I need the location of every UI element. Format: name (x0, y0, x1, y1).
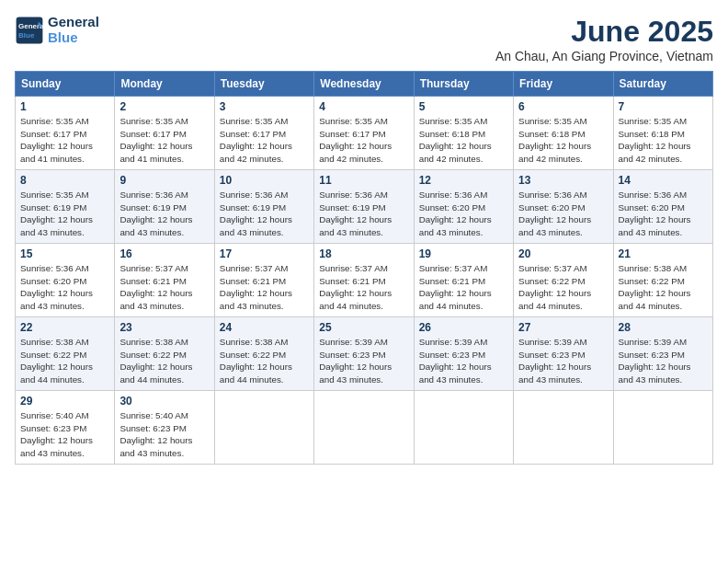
weekday-header-thursday: Thursday (414, 72, 513, 97)
day-number: 8 (20, 174, 109, 187)
day-number: 4 (319, 100, 408, 113)
calendar-cell: 26Sunrise: 5:39 AMSunset: 6:23 PMDayligh… (414, 317, 513, 391)
calendar-cell: 28Sunrise: 5:39 AMSunset: 6:23 PMDayligh… (613, 317, 712, 391)
calendar-week-4: 22Sunrise: 5:38 AMSunset: 6:22 PMDayligh… (16, 317, 713, 391)
calendar-cell: 4Sunrise: 5:35 AMSunset: 6:17 PMDaylight… (314, 97, 414, 170)
day-info: Sunrise: 5:37 AMSunset: 6:21 PMDaylight:… (119, 262, 209, 313)
day-info: Sunrise: 5:35 AMSunset: 6:17 PMDaylight:… (220, 115, 309, 166)
day-info: Sunrise: 5:35 AMSunset: 6:18 PMDaylight:… (419, 115, 508, 166)
calendar-cell: 22Sunrise: 5:38 AMSunset: 6:22 PMDayligh… (16, 317, 115, 391)
day-number: 19 (419, 247, 508, 260)
calendar-cell: 30Sunrise: 5:40 AMSunset: 6:23 PMDayligh… (115, 391, 214, 465)
day-info: Sunrise: 5:37 AMSunset: 6:21 PMDaylight:… (419, 262, 508, 313)
calendar-cell: 20Sunrise: 5:37 AMSunset: 6:22 PMDayligh… (514, 244, 613, 317)
day-number: 10 (220, 174, 309, 187)
weekday-header-sunday: Sunday (16, 72, 115, 97)
calendar-cell: 2Sunrise: 5:35 AMSunset: 6:17 PMDaylight… (115, 97, 214, 170)
day-number: 13 (518, 174, 608, 187)
day-info: Sunrise: 5:39 AMSunset: 6:23 PMDaylight:… (619, 336, 708, 386)
day-info: Sunrise: 5:38 AMSunset: 6:22 PMDaylight:… (619, 262, 708, 313)
calendar-cell: 12Sunrise: 5:36 AMSunset: 6:20 PMDayligh… (414, 170, 513, 244)
calendar-cell (414, 391, 513, 465)
calendar-cell: 1Sunrise: 5:35 AMSunset: 6:17 PMDaylight… (16, 97, 115, 170)
logo-general: General (48, 15, 99, 30)
day-number: 21 (619, 247, 708, 260)
calendar-cell: 19Sunrise: 5:37 AMSunset: 6:21 PMDayligh… (414, 244, 513, 317)
day-number: 27 (518, 321, 608, 334)
calendar-week-5: 29Sunrise: 5:40 AMSunset: 6:23 PMDayligh… (16, 391, 713, 465)
day-number: 2 (119, 100, 209, 113)
day-info: Sunrise: 5:36 AMSunset: 6:19 PMDaylight:… (119, 189, 209, 239)
calendar-cell (613, 391, 712, 465)
calendar-cell: 8Sunrise: 5:35 AMSunset: 6:19 PMDaylight… (16, 170, 115, 244)
day-info: Sunrise: 5:35 AMSunset: 6:17 PMDaylight:… (319, 115, 408, 166)
day-info: Sunrise: 5:36 AMSunset: 6:20 PMDaylight:… (20, 262, 109, 313)
logo: General Blue General Blue (15, 15, 99, 45)
weekday-header-wednesday: Wednesday (314, 72, 414, 97)
calendar-cell: 18Sunrise: 5:37 AMSunset: 6:21 PMDayligh… (314, 244, 414, 317)
day-number: 17 (220, 247, 309, 260)
day-info: Sunrise: 5:36 AMSunset: 6:20 PMDaylight:… (419, 189, 508, 239)
calendar-cell: 27Sunrise: 5:39 AMSunset: 6:23 PMDayligh… (514, 317, 613, 391)
calendar-cell: 5Sunrise: 5:35 AMSunset: 6:18 PMDaylight… (414, 97, 513, 170)
day-info: Sunrise: 5:37 AMSunset: 6:21 PMDaylight:… (220, 262, 309, 313)
day-number: 20 (518, 247, 608, 260)
day-number: 24 (220, 321, 309, 334)
location-subtitle: An Chau, An Giang Province, Vietnam (495, 49, 713, 63)
calendar-cell (514, 391, 613, 465)
day-number: 22 (20, 321, 109, 334)
day-number: 6 (518, 100, 608, 113)
day-info: Sunrise: 5:38 AMSunset: 6:22 PMDaylight:… (20, 336, 109, 386)
calendar-cell: 3Sunrise: 5:35 AMSunset: 6:17 PMDaylight… (214, 97, 313, 170)
day-info: Sunrise: 5:35 AMSunset: 6:17 PMDaylight:… (119, 115, 209, 166)
day-info: Sunrise: 5:38 AMSunset: 6:22 PMDaylight:… (119, 336, 209, 386)
weekday-header-saturday: Saturday (613, 72, 712, 97)
day-info: Sunrise: 5:37 AMSunset: 6:21 PMDaylight:… (319, 262, 408, 313)
calendar-cell: 25Sunrise: 5:39 AMSunset: 6:23 PMDayligh… (314, 317, 414, 391)
day-number: 7 (619, 100, 708, 113)
day-info: Sunrise: 5:39 AMSunset: 6:23 PMDaylight:… (518, 336, 608, 386)
calendar-cell: 29Sunrise: 5:40 AMSunset: 6:23 PMDayligh… (16, 391, 115, 465)
month-title: June 2025 (495, 15, 713, 49)
day-info: Sunrise: 5:36 AMSunset: 6:19 PMDaylight:… (220, 189, 309, 239)
calendar-cell: 16Sunrise: 5:37 AMSunset: 6:21 PMDayligh… (115, 244, 214, 317)
calendar-cell: 6Sunrise: 5:35 AMSunset: 6:18 PMDaylight… (514, 97, 613, 170)
day-info: Sunrise: 5:35 AMSunset: 6:18 PMDaylight:… (518, 115, 608, 166)
calendar-cell: 21Sunrise: 5:38 AMSunset: 6:22 PMDayligh… (613, 244, 712, 317)
calendar-cell (214, 391, 313, 465)
day-number: 25 (319, 321, 408, 334)
day-info: Sunrise: 5:38 AMSunset: 6:22 PMDaylight:… (220, 336, 309, 386)
day-number: 15 (20, 247, 109, 260)
calendar-week-3: 15Sunrise: 5:36 AMSunset: 6:20 PMDayligh… (16, 244, 713, 317)
day-number: 9 (119, 174, 209, 187)
logo-icon: General Blue (15, 16, 44, 45)
day-info: Sunrise: 5:35 AMSunset: 6:19 PMDaylight:… (20, 189, 109, 239)
calendar-cell: 24Sunrise: 5:38 AMSunset: 6:22 PMDayligh… (214, 317, 313, 391)
day-info: Sunrise: 5:35 AMSunset: 6:18 PMDaylight:… (619, 115, 708, 166)
day-info: Sunrise: 5:37 AMSunset: 6:22 PMDaylight:… (518, 262, 608, 313)
calendar-cell: 17Sunrise: 5:37 AMSunset: 6:21 PMDayligh… (214, 244, 313, 317)
day-info: Sunrise: 5:36 AMSunset: 6:20 PMDaylight:… (619, 189, 708, 239)
weekday-header-friday: Friday (514, 72, 613, 97)
day-info: Sunrise: 5:40 AMSunset: 6:23 PMDaylight:… (20, 409, 109, 460)
calendar-week-1: 1Sunrise: 5:35 AMSunset: 6:17 PMDaylight… (16, 97, 713, 170)
day-number: 26 (419, 321, 508, 334)
day-info: Sunrise: 5:40 AMSunset: 6:23 PMDaylight:… (119, 409, 209, 460)
day-number: 5 (419, 100, 508, 113)
day-number: 28 (619, 321, 708, 334)
calendar-table: SundayMondayTuesdayWednesdayThursdayFrid… (15, 71, 713, 465)
calendar-cell: 9Sunrise: 5:36 AMSunset: 6:19 PMDaylight… (115, 170, 214, 244)
day-number: 11 (319, 174, 408, 187)
day-number: 1 (20, 100, 109, 113)
day-number: 14 (619, 174, 708, 187)
calendar-cell: 23Sunrise: 5:38 AMSunset: 6:22 PMDayligh… (115, 317, 214, 391)
day-info: Sunrise: 5:39 AMSunset: 6:23 PMDaylight:… (419, 336, 508, 386)
calendar-week-2: 8Sunrise: 5:35 AMSunset: 6:19 PMDaylight… (16, 170, 713, 244)
day-number: 3 (220, 100, 309, 113)
calendar-cell: 13Sunrise: 5:36 AMSunset: 6:20 PMDayligh… (514, 170, 613, 244)
day-info: Sunrise: 5:35 AMSunset: 6:17 PMDaylight:… (20, 115, 109, 166)
calendar-cell: 15Sunrise: 5:36 AMSunset: 6:20 PMDayligh… (16, 244, 115, 317)
svg-text:Blue: Blue (18, 31, 35, 40)
day-number: 23 (119, 321, 209, 334)
weekday-header-monday: Monday (115, 72, 214, 97)
